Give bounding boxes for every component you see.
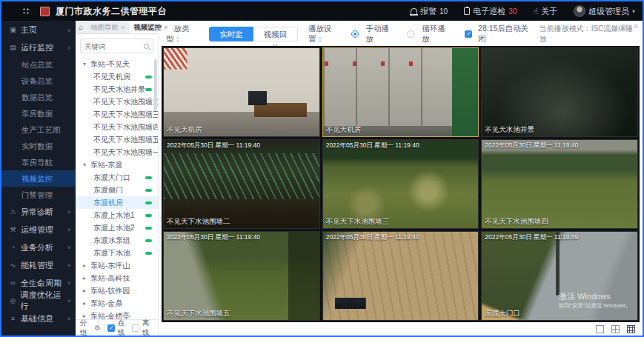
sidebar-item-energy[interactable]: ∿ 能耗管理 ∨ bbox=[1, 256, 76, 274]
panel-icon[interactable]: ▤ bbox=[621, 22, 628, 30]
avatar bbox=[574, 5, 585, 17]
manual-play-radio[interactable] bbox=[351, 30, 359, 38]
autoclose-checkbox[interactable] bbox=[465, 30, 472, 38]
search-input[interactable] bbox=[84, 42, 144, 50]
video-playback-button[interactable]: 视频回放 bbox=[253, 27, 298, 41]
app-grid-icon[interactable] bbox=[22, 7, 30, 15]
sidebar-item-pumproom-nav[interactable]: 泵房导航 bbox=[1, 154, 76, 170]
user-name: 超级管理员 bbox=[588, 6, 629, 17]
video-cell-1[interactable]: 不见天机房 bbox=[163, 47, 320, 137]
sidebar-item-access-control[interactable]: 门禁管理 bbox=[1, 187, 76, 203]
tree-group-label: 泵站-东渡 bbox=[90, 160, 122, 170]
realtime-monitor-button[interactable]: 实时监控 bbox=[209, 27, 254, 41]
tree-camera[interactable]: 不见天下水池围墙二 bbox=[76, 96, 158, 108]
tree-camera[interactable]: 东渡水泵组 bbox=[76, 234, 158, 247]
online-status-pill bbox=[145, 76, 152, 79]
offline-checkbox[interactable] bbox=[132, 324, 139, 332]
tree-camera[interactable]: 不见天下水池围墙四 bbox=[76, 121, 158, 133]
video-cell-6[interactable]: 2022年05月30日 星期一 11:19:40 不见天下水池围墙四 bbox=[481, 139, 638, 229]
menu-icon[interactable]: ≡ bbox=[634, 22, 638, 30]
layout-quad-icon[interactable] bbox=[611, 325, 620, 333]
sidebar-item-baseinfo[interactable]: ≡ 基础信息 ∨ bbox=[1, 310, 76, 327]
like-icon: ☝ bbox=[533, 7, 538, 16]
sidebar-item-ops[interactable]: ⚒ 运维管理 ∨ bbox=[1, 221, 76, 238]
tree-camera[interactable]: 不见天机房 bbox=[76, 70, 158, 83]
sidebar-item-diagnosis[interactable]: ⚠ 异常诊断 ∨ bbox=[1, 203, 76, 221]
video-cell-3[interactable]: 不见天水池井景 bbox=[481, 47, 638, 137]
alarm-menu[interactable]: 报警 10 bbox=[411, 6, 448, 17]
tree-camera[interactable]: 不见天下水池围墙三 bbox=[76, 108, 158, 121]
online-checkbox[interactable] bbox=[107, 324, 115, 332]
sidebar-item-monitor[interactable]: ▤ 运行监控 ∧ bbox=[1, 39, 76, 56]
sidebar-item-realtime-data[interactable]: 实时数据 bbox=[1, 138, 76, 154]
node-closed-icon: ▸ bbox=[83, 300, 90, 307]
app-header: 厦门市政水务二供管理平台 报警 10 电子巡检 30 ☝ 关于 超级管理员 ▾ bbox=[1, 1, 643, 21]
video-cell-5[interactable]: 2022年05月30日 星期一 11:19:40 不见天下水池围墙三 bbox=[322, 139, 479, 229]
tree-group[interactable]: ▾泵站-东渡 bbox=[76, 159, 158, 171]
sidebar-item-data-overview[interactable]: 数据总览 bbox=[1, 89, 76, 105]
loop-play-radio[interactable] bbox=[407, 30, 414, 38]
sidebar-item-site-overview[interactable]: 站点总览 bbox=[1, 56, 76, 73]
tree-camera-selected[interactable]: 东渡机房 bbox=[76, 196, 158, 209]
watermark-line1: 激活 Windows bbox=[559, 291, 631, 302]
video-camera-name: 不见天机房 bbox=[326, 125, 362, 135]
sidebar-item-process-diagram[interactable]: 生产工艺图 bbox=[1, 121, 76, 138]
home-tab-icon[interactable]: ⌂ bbox=[76, 23, 86, 31]
layout-single-icon[interactable] bbox=[596, 325, 604, 333]
tree-group[interactable]: ▾泵站-不见天 bbox=[76, 58, 158, 70]
tab-video-monitor[interactable]: 视频监控 × bbox=[129, 21, 172, 33]
search-icon[interactable] bbox=[144, 44, 149, 49]
chevron-up-icon: ∧ bbox=[67, 44, 71, 50]
tree-group[interactable]: ▸泵站-高科技 bbox=[76, 272, 158, 284]
tree-camera-label: 东渡大门口 bbox=[93, 173, 130, 183]
chevron-down-icon: ∨ bbox=[67, 227, 71, 232]
video-cell-2[interactable]: 不见天机房 bbox=[322, 47, 479, 137]
tree-group[interactable]: ▸泵站-东坪山 bbox=[76, 259, 158, 272]
close-icon[interactable]: × bbox=[164, 21, 167, 34]
inspection-menu[interactable]: 电子巡检 30 bbox=[464, 6, 517, 17]
tree-camera-label: 东渡上水池1 bbox=[93, 210, 135, 221]
tree-camera-label: 东渡下水池 bbox=[93, 248, 130, 258]
sidebar-item-device-overview[interactable]: 设备总览 bbox=[1, 73, 76, 89]
tree-camera[interactable]: 东渡上水池2 bbox=[76, 221, 158, 234]
tree-camera[interactable]: 不见天下水池围墙一 bbox=[76, 146, 158, 159]
tree-camera[interactable]: 东渡侧门 bbox=[76, 184, 158, 196]
layout-nine-icon[interactable] bbox=[627, 325, 635, 333]
sidebar-item-label: 全生命周期 bbox=[21, 278, 62, 289]
divider bbox=[104, 324, 104, 332]
about-menu[interactable]: ☝ 关于 bbox=[533, 6, 557, 17]
video-camera-name: 不见天下水池围墙四 bbox=[485, 217, 548, 227]
tree-group[interactable]: ▸泵站-软件园 bbox=[76, 284, 158, 297]
tree-camera[interactable]: 不见天水池井景 bbox=[76, 83, 158, 96]
gear-icon[interactable]: ⚙ bbox=[94, 324, 101, 332]
tree-scrollbar[interactable] bbox=[154, 59, 157, 111]
tree-group-label: 泵站-软件园 bbox=[90, 286, 130, 296]
tree-camera[interactable]: 东渡下水池 bbox=[76, 247, 158, 259]
video-cell-4[interactable]: 2022年05月30日 星期一 11:19:40 不见天下水池围墙二 bbox=[163, 139, 320, 229]
workspace-tabbar: ⌂ 地图导航 × 视频监控 × bbox=[76, 21, 158, 34]
video-cell-8[interactable]: 2022年05月30日 星期一 11:19:40 bbox=[322, 231, 479, 321]
sidebar-item-analysis[interactable]: ◔ 业务分析 ∨ bbox=[1, 238, 76, 256]
sidebar-item-video-monitor[interactable]: 视频监控 bbox=[1, 170, 76, 187]
close-icon[interactable]: × bbox=[121, 21, 125, 34]
chevron-down-icon: ∨ bbox=[67, 316, 71, 321]
tree-camera[interactable]: 东渡大门口 bbox=[76, 171, 158, 184]
online-status-pill bbox=[145, 176, 152, 179]
tree-group[interactable]: ▸泵站-金鼎 bbox=[76, 297, 158, 310]
sidebar-item-label: 能耗管理 bbox=[21, 260, 53, 271]
sidebar-item-dispatch[interactable]: ◎ 调度优化运行 ∨ bbox=[1, 292, 76, 310]
video-cell-7[interactable]: 2022年05月30日 星期一 11:19:40 不见天下水池围墙五 bbox=[163, 231, 320, 321]
sidebar-item-home[interactable]: ▣ 主页 ∨ bbox=[1, 21, 76, 39]
tree-camera-label: 不见天水池井景 bbox=[93, 84, 145, 95]
tree-group-label: 泵站-不见天 bbox=[90, 59, 130, 70]
tree-group[interactable]: ▸泵站-金榜亭 bbox=[76, 310, 158, 319]
tree-camera[interactable]: 不见天下水池围墙五 bbox=[76, 133, 158, 146]
video-cell-9[interactable]: 2022年05月30日 星期一 11:19:49 东渡大门口 激活 Window… bbox=[481, 231, 638, 321]
tab-map-nav[interactable]: 地图导航 × bbox=[86, 21, 129, 33]
video-camera-name: 东渡大门口 bbox=[485, 309, 520, 318]
tree-camera[interactable]: 东渡上水池1 bbox=[76, 209, 158, 221]
sidebar-item-pumproom-data[interactable]: 泵房数据 bbox=[1, 105, 76, 121]
video-timestamp: 2022年05月30日 星期一 11:19:40 bbox=[167, 233, 316, 242]
autoclose-label: 28:15后自动关闭 bbox=[478, 24, 534, 44]
user-menu[interactable]: 超级管理员 ▾ bbox=[574, 5, 635, 17]
